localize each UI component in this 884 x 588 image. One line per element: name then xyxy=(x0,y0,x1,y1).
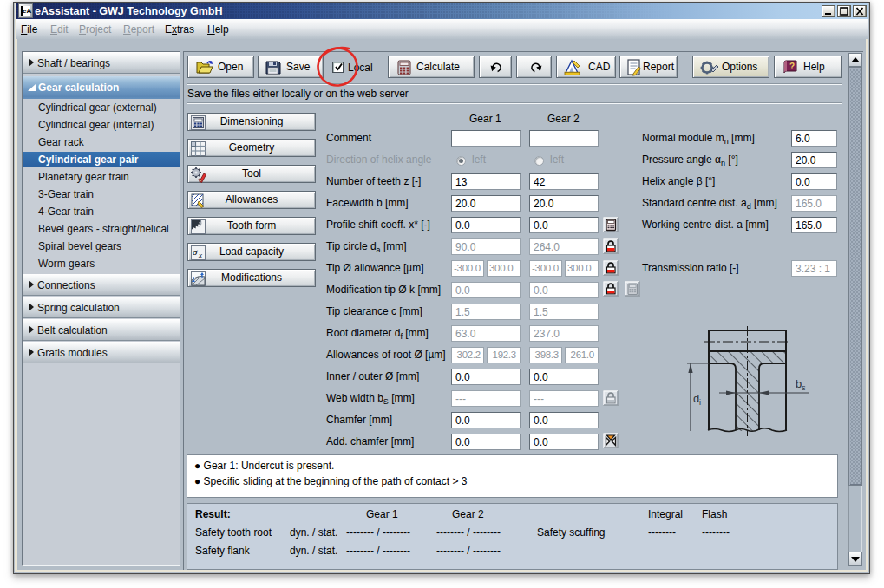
svg-text:?: ? xyxy=(789,62,795,71)
svg-text:i: i xyxy=(699,398,701,407)
svg-text:s: s xyxy=(802,383,806,392)
svg-text:x: x xyxy=(198,251,202,259)
svg-text:σ: σ xyxy=(193,246,198,257)
